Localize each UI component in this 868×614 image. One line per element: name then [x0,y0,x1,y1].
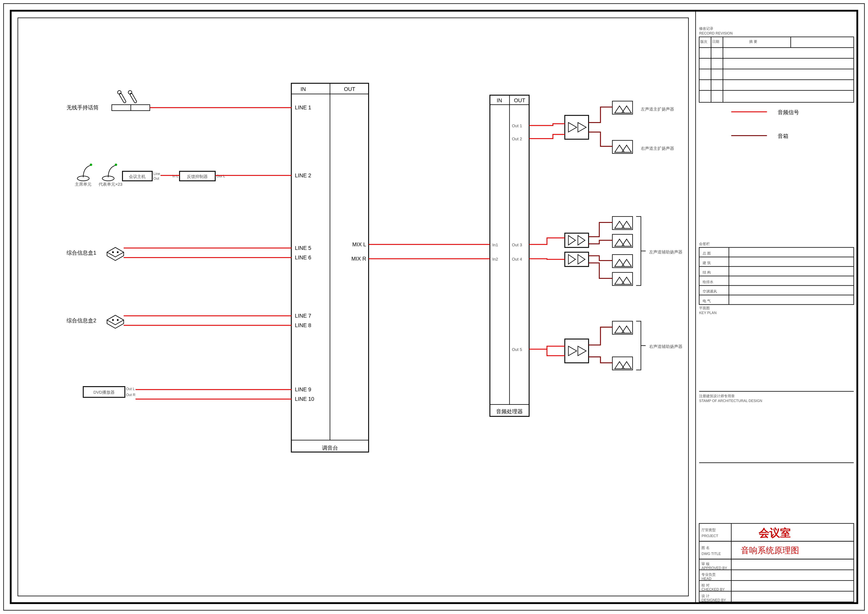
svg-text:LINE 9: LINE 9 [295,387,311,392]
svg-rect-97 [119,93,126,103]
svg-text:Out: Out [153,177,159,180]
speaker-icon [612,321,632,334]
svg-text:校 对: 校 对 [701,583,710,587]
svg-point-100 [127,90,132,95]
svg-text:代表单元×23: 代表单元×23 [98,182,122,187]
drawing-sheet: 修改记录 RECORD REVISION 版次 日期 摘 要 音频信号 音箱 [0,0,868,614]
speaker-icon [612,255,632,268]
speaker-icon [612,140,632,153]
svg-text:设 计: 设 计 [701,594,710,598]
svg-text:Out 1: Out 1 [512,123,522,128]
svg-rect-6 [699,37,854,102]
info-box-icon [107,247,124,261]
svg-text:会议室: 会议室 [758,527,791,539]
svg-text:LINE 8: LINE 8 [295,322,311,328]
svg-text:DWG TITLE: DWG TITLE [701,552,721,556]
svg-text:左声道辅助扬声器: 左声道辅助扬声器 [649,250,682,254]
amp-2 [565,233,589,247]
svg-text:会议主机: 会议主机 [129,174,146,179]
svg-text:版次: 版次 [700,40,707,44]
svg-text:音响系统原理图: 音响系统原理图 [741,546,799,555]
conference-chain: 主席单元 代表单元×23 会议主机 Line Out 反馈抑制器 In L Ou… [75,164,291,187]
speaker-icon [612,216,632,230]
svg-text:MIX R: MIX R [351,256,366,262]
svg-text:音频信号: 音频信号 [778,109,799,115]
svg-text:反馈抑制器: 反馈抑制器 [187,174,208,179]
gooseneck-mic-icon [102,164,117,181]
svg-text:Out 3: Out 3 [512,242,522,247]
dvd-player: DVD播放器 Out L Out R [83,387,291,399]
svg-text:右声道辅助扬声器: 右声道辅助扬声器 [649,344,682,349]
svg-text:LINE 7: LINE 7 [295,313,311,319]
wireless-mic: 无线手持话筒 [67,90,291,111]
svg-point-98 [117,90,122,95]
svg-text:Out 2: Out 2 [512,137,522,141]
processor: IN OUT 音频处理器 In1 In2 Out 1 Out 2 Out 3 O… [490,95,529,416]
svg-text:修改记录: 修改记录 [699,26,713,31]
svg-text:左声道主扩扬声器: 左声道主扩扬声器 [641,107,674,111]
svg-text:DVD播放器: DVD播放器 [93,390,115,395]
svg-text:IN: IN [497,98,502,103]
svg-text:KEY PLAN: KEY PLAN [699,311,716,315]
title-block: 修改记录 RECORD REVISION 版次 日期 摘 要 音频信号 音箱 [699,26,854,602]
svg-text:In1: In1 [492,242,498,247]
amp-1 [565,115,589,139]
amp-4 [565,339,589,363]
svg-text:RECORD REVISION: RECORD REVISION [699,31,733,35]
svg-text:音频处理器: 音频处理器 [496,409,523,415]
sign-block: 会签栏 总 图 建 筑 结 构 给排水 空调通风 电 气 [699,242,854,305]
svg-rect-99 [130,93,137,103]
svg-text:CHECKED BY: CHECKED BY [701,588,725,591]
svg-rect-1 [11,11,857,603]
svg-point-122 [117,251,119,253]
svg-text:OUT: OUT [344,86,355,92]
svg-text:注册建筑设计师专用章: 注册建筑设计师专用章 [699,394,735,398]
svg-text:日期: 日期 [712,40,719,44]
svg-text:DESIGNED BY: DESIGNED BY [701,598,726,602]
svg-text:LINE 5: LINE 5 [295,245,311,251]
svg-text:Out 5: Out 5 [512,347,522,352]
svg-text:HEAD: HEAD [701,577,711,581]
project-title-block: 厅室类型 PROJECT 会议室 图 名 DWG TITLE 音响系统原理图 审… [699,524,854,602]
svg-text:LINE 10: LINE 10 [295,396,314,402]
info-box-1: 综合信息盒1 [67,247,291,261]
svg-point-127 [117,319,119,321]
svg-text:建 筑: 建 筑 [702,261,711,265]
svg-text:LINE 1: LINE 1 [295,105,311,110]
speaker-icon [612,235,632,247]
svg-text:Out L: Out L [126,387,135,391]
svg-text:审 核: 审 核 [701,562,710,566]
svg-text:Line: Line [153,172,160,176]
svg-point-107 [115,164,117,166]
svg-text:给排水: 给排水 [703,280,713,284]
svg-text:音箱: 音箱 [778,133,788,139]
microphone-icon [117,90,127,104]
svg-text:结 构: 结 构 [703,270,711,274]
svg-text:IN: IN [301,86,306,92]
info-box-icon [107,315,124,328]
svg-text:OUT: OUT [514,98,525,103]
microphone-icon [127,90,138,104]
svg-text:MIX L: MIX L [352,241,366,247]
stamp-block: 注册建筑设计师专用章 STAMP OF ARCHITECTURAL DESIGN [699,391,854,463]
svg-text:LINE 2: LINE 2 [295,173,311,179]
svg-text:无线手持话筒: 无线手持话筒 [67,105,99,110]
svg-text:摘 要: 摘 要 [749,40,757,44]
svg-text:平面图: 平面图 [699,306,710,310]
svg-text:Out R: Out R [126,393,135,397]
info-box-2: 综合信息盒2 [67,315,291,328]
svg-text:右声道主扩扬声器: 右声道主扩扬声器 [641,146,674,151]
svg-text:总 图: 总 图 [702,252,711,255]
svg-text:In2: In2 [492,257,498,261]
svg-point-121 [112,251,114,253]
speaker-icon [612,357,632,370]
amp-3 [565,252,589,266]
svg-text:主席单元: 主席单元 [75,182,91,187]
svg-text:会签栏: 会签栏 [699,242,710,246]
svg-point-126 [112,319,114,321]
svg-text:电 气: 电 气 [703,299,711,303]
svg-text:综合信息盒1: 综合信息盒1 [67,250,96,256]
svg-point-105 [90,164,92,166]
svg-text:调音台: 调音台 [322,445,338,451]
speaker-icon [612,101,632,114]
